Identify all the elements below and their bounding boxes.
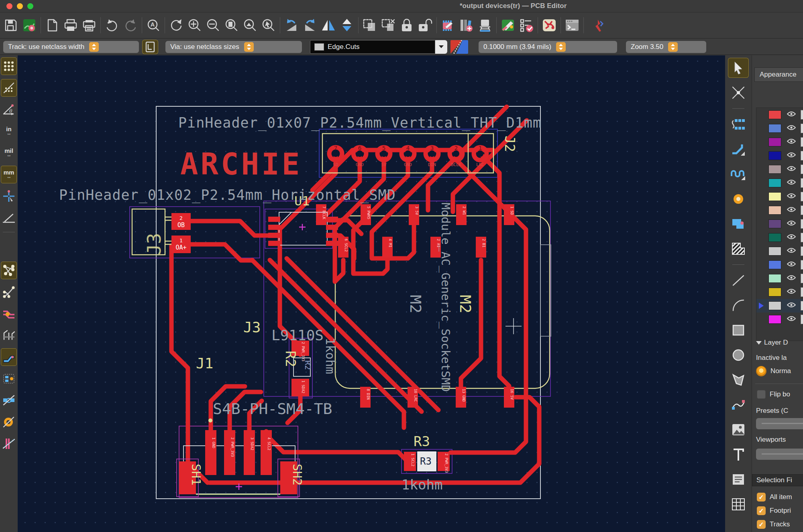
layer-row[interactable] bbox=[756, 313, 803, 326]
polar-coordinates-toggle[interactable]: θ bbox=[1, 101, 17, 118]
units-inches-button[interactable]: in↔ bbox=[1, 122, 17, 140]
draw-circle-tool[interactable] bbox=[728, 345, 749, 365]
rule-area-tool[interactable] bbox=[728, 239, 749, 259]
layer-swatch[interactable] bbox=[768, 301, 781, 310]
via-size-dropdown[interactable]: Via: use netclass sizes bbox=[165, 41, 302, 53]
find-button[interactable]: A bbox=[144, 15, 163, 36]
board-setup-button[interactable] bbox=[20, 15, 39, 36]
layer-swatch[interactable] bbox=[768, 110, 781, 119]
mirror-vertical-button[interactable] bbox=[338, 15, 356, 36]
draw-polygon-tool[interactable] bbox=[728, 370, 749, 390]
eye-icon[interactable] bbox=[787, 247, 796, 255]
zoom-dropdown[interactable]: Zoom 3.50 bbox=[626, 41, 706, 53]
layer-checkbox[interactable] bbox=[801, 164, 803, 174]
layer-checkbox[interactable] bbox=[801, 151, 803, 160]
sketch-pads-toggle[interactable] bbox=[1, 370, 17, 388]
print-button[interactable] bbox=[61, 15, 80, 36]
layer-checkbox[interactable] bbox=[801, 110, 803, 120]
eye-icon[interactable] bbox=[787, 111, 796, 119]
eye-icon[interactable] bbox=[787, 206, 796, 214]
track-width-dropdown[interactable]: Track: use netclass width bbox=[3, 41, 139, 53]
ungroup-button[interactable] bbox=[379, 15, 397, 36]
eye-icon[interactable] bbox=[787, 220, 796, 228]
lock-button[interactable] bbox=[397, 15, 416, 36]
layer-swatch[interactable] bbox=[768, 138, 781, 146]
pcb-canvas[interactable]: 7 6 5 4 3 2 1 SD GND 5V GND DIN BCLK LRC… bbox=[18, 55, 725, 532]
footprint-shields[interactable]: SH1 SH2 bbox=[177, 459, 304, 497]
draw-line-tool[interactable] bbox=[728, 270, 749, 290]
save-button[interactable] bbox=[2, 15, 20, 36]
layer-selector-chevron[interactable] bbox=[435, 40, 447, 54]
add-textbox-tool[interactable] bbox=[728, 469, 749, 489]
select-tool[interactable] bbox=[728, 58, 749, 78]
layer-pair-indicator[interactable] bbox=[450, 40, 468, 54]
layer-row[interactable] bbox=[756, 258, 803, 272]
layer-display-section[interactable]: Layer D bbox=[756, 339, 788, 347]
group-button[interactable] bbox=[361, 15, 379, 36]
filter-all-items-checkbox[interactable]: ✓ All item bbox=[757, 493, 792, 502]
footprint-module-socket[interactable]: 7 BCLK 5 PWR5 3 5V 2 W1 1 SD 6 SCL2 4 M1… bbox=[271, 203, 514, 408]
tab-appearance[interactable]: Appearance bbox=[754, 67, 803, 82]
ratsnest-visibility-toggle[interactable] bbox=[1, 262, 17, 279]
layer-checkbox[interactable] bbox=[801, 315, 803, 324]
eye-icon[interactable] bbox=[787, 302, 796, 310]
layer-swatch[interactable] bbox=[768, 247, 781, 256]
layer-swatch[interactable] bbox=[768, 179, 781, 187]
footprint-r2[interactable]: 2 PWR_3V3 1 SDA2 R2 R2 1kohm bbox=[283, 338, 337, 396]
maximize-window-button[interactable] bbox=[27, 3, 33, 9]
add-table-tool[interactable] bbox=[728, 494, 749, 514]
layer-row-selected[interactable] bbox=[756, 299, 803, 313]
footprint-j1[interactable]: 1 GND 2 PWR_3V3 3 SDA2 4 SCL2 J1 S4B-PH-… bbox=[183, 355, 332, 494]
tune-length-tool[interactable] bbox=[728, 164, 749, 184]
units-mils-button[interactable]: mil↔ bbox=[1, 144, 17, 162]
sketch-vias-toggle[interactable] bbox=[1, 392, 17, 409]
eye-icon[interactable] bbox=[787, 193, 796, 201]
zoom-stepper[interactable] bbox=[668, 42, 678, 52]
page-settings-button[interactable] bbox=[43, 15, 61, 36]
flip-board-checkbox[interactable]: Flip bo bbox=[757, 390, 790, 399]
highlight-net-tool[interactable] bbox=[728, 83, 749, 103]
layer-checkbox[interactable] bbox=[801, 233, 803, 242]
footprint-j2[interactable]: 7 6 5 4 3 2 1 SD GND 5V GND DIN BCLK LRC… bbox=[322, 134, 518, 173]
layer-swatch[interactable] bbox=[768, 274, 781, 283]
rotate-cw-button[interactable] bbox=[301, 15, 319, 36]
layer-row[interactable] bbox=[756, 108, 803, 122]
viewports-dropdown[interactable] bbox=[756, 449, 803, 460]
scripting-console-button[interactable] bbox=[563, 15, 581, 36]
layer-swatch[interactable] bbox=[768, 233, 781, 242]
layer-swatch[interactable] bbox=[768, 124, 781, 133]
layer-swatch[interactable] bbox=[768, 288, 781, 296]
layer-checkbox[interactable] bbox=[801, 246, 803, 256]
route-tracks-tool[interactable] bbox=[728, 139, 749, 159]
redo-button[interactable] bbox=[121, 15, 140, 36]
eye-icon[interactable] bbox=[787, 261, 796, 269]
zoom-to-selection-button[interactable] bbox=[259, 15, 278, 36]
layer-checkbox[interactable] bbox=[801, 137, 803, 147]
filter-footprints-checkbox[interactable]: ✓ Footpri bbox=[757, 506, 791, 515]
layer-checkbox[interactable] bbox=[801, 260, 803, 270]
add-text-tool[interactable] bbox=[728, 445, 749, 465]
layer-row[interactable] bbox=[756, 272, 803, 285]
layer-row[interactable] bbox=[756, 285, 803, 299]
layer-swatch[interactable] bbox=[768, 192, 781, 201]
layer-selector[interactable]: Edge.Cuts bbox=[310, 40, 435, 54]
draw-zone-tool[interactable] bbox=[728, 214, 749, 234]
footprint-editor-button[interactable] bbox=[439, 15, 457, 36]
minimize-window-button[interactable] bbox=[17, 3, 23, 9]
add-image-tool[interactable] bbox=[728, 420, 749, 440]
flip-horizontal-button[interactable] bbox=[319, 15, 338, 36]
layer-swatch[interactable] bbox=[768, 315, 781, 324]
units-mm-button[interactable]: mm↔ bbox=[1, 166, 17, 183]
design-rules-check-button[interactable] bbox=[517, 15, 536, 36]
footprint-libraries-button[interactable] bbox=[457, 15, 476, 36]
footprint-workbench-button[interactable] bbox=[476, 15, 494, 36]
layer-row[interactable] bbox=[756, 217, 803, 231]
via-size-stepper[interactable] bbox=[244, 42, 254, 52]
draw-bezier-tool[interactable] bbox=[728, 395, 749, 415]
close-window-button[interactable] bbox=[6, 3, 12, 9]
eye-icon[interactable] bbox=[787, 179, 796, 187]
outline-mode-toggle[interactable] bbox=[1, 435, 17, 453]
grid-stepper[interactable] bbox=[556, 42, 566, 52]
track-width-stepper[interactable] bbox=[89, 42, 99, 52]
grid-visibility-toggle[interactable] bbox=[1, 57, 17, 75]
